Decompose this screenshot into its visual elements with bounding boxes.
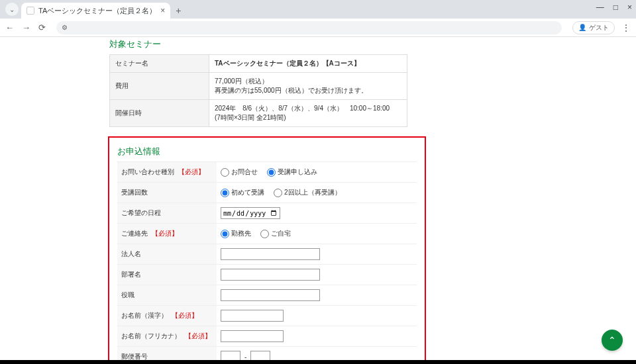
name-kanji-label: お名前（漢字）【必須】 [117, 306, 217, 326]
row-inquiry-type: お問い合わせ種別【必須】 お問合せ 受講申し込み [117, 161, 417, 182]
contact-pref-label: ご連絡先【必須】 [117, 224, 217, 244]
browser-toolbar: ← → ⟳ ⚙ 👤 ゲスト ⋮ [0, 19, 636, 37]
desired-date-label: ご希望の日程 [117, 203, 217, 223]
table-row: 開催日時 2024年 8/6（火）、8/7（水）、9/4（水） 10:00～18… [110, 100, 407, 127]
seminar-fee-label: 費用 [110, 73, 209, 100]
browser-tab[interactable]: TAベーシックセミナー（定員２名） × [21, 3, 170, 19]
fee-line1: 77,000円（税込） [215, 77, 401, 86]
address-bar[interactable]: ⚙ [56, 21, 562, 34]
tab-search-button[interactable]: ⌄ [5, 3, 19, 16]
row-name-kana: お名前（フリカナ）【必須】 [117, 326, 417, 346]
contact-radio-home[interactable] [260, 230, 269, 238]
name-kanji-input[interactable] [221, 310, 284, 322]
row-contact-pref: ご連絡先【必須】 勤務先 ご自宅 [117, 223, 417, 244]
contact-option-home[interactable]: ご自宅 [260, 229, 291, 238]
application-form: お申込情報 お問い合わせ種別【必須】 お問合せ 受講申し込み [108, 136, 426, 364]
desired-date-input[interactable] [221, 207, 280, 219]
inquiry-radio-apply[interactable] [267, 168, 276, 177]
scroll-top-button[interactable]: ⌃ [602, 330, 623, 351]
seminar-date-value: 2024年 8/6（火）、8/7（水）、9/4（水） 10:00～18:00 (… [209, 100, 407, 127]
row-company: 法人名 [117, 244, 417, 264]
contact-option-work[interactable]: 勤務先 [221, 229, 251, 238]
position-label: 役職 [117, 285, 217, 305]
company-input[interactable] [221, 248, 320, 260]
fee-line2: 再受講の方は55,000円（税込）でお受け頂けます。 [215, 86, 401, 95]
new-tab-button[interactable]: + [170, 5, 186, 19]
dept-input[interactable] [221, 269, 320, 281]
back-icon[interactable]: ← [5, 23, 14, 32]
page-viewport: 対象セミナー セミナー名 TAベーシックセミナー（定員２名）【Aコース】 費用 … [0, 37, 636, 364]
company-label: 法人名 [117, 244, 217, 264]
form-heading: お申込情報 [117, 146, 417, 158]
attend-radio-repeat[interactable] [274, 189, 282, 197]
row-desired-date: ご希望の日程 [117, 203, 417, 223]
name-kana-label: お名前（フリカナ）【必須】 [117, 326, 217, 346]
inquiry-radio-inquiry[interactable] [221, 168, 229, 177]
seminar-name-label: セミナー名 [110, 55, 209, 73]
profile-button[interactable]: 👤 ゲスト [572, 21, 615, 34]
row-attend-count: 受講回数 初めて受講 2回以上（再受講） [117, 182, 417, 203]
table-row: 費用 77,000円（税込） 再受講の方は55,000円（税込）でお受け頂けます… [110, 73, 407, 100]
seminar-name-value: TAベーシックセミナー（定員２名）【Aコース】 [209, 55, 407, 73]
row-position: 役職 [117, 285, 417, 305]
window-controls: ― □ × [596, 3, 632, 12]
attend-option-repeat[interactable]: 2回以上（再受講） [274, 188, 341, 197]
reload-icon[interactable]: ⟳ [38, 23, 46, 32]
tab-favicon [26, 7, 34, 15]
tab-close-icon[interactable]: × [160, 6, 165, 15]
seminar-info-table: セミナー名 TAベーシックセミナー（定員２名）【Aコース】 費用 77,000円… [109, 54, 407, 127]
profile-label: ゲスト [589, 23, 609, 32]
inquiry-type-option-apply[interactable]: 受講申し込み [267, 167, 317, 177]
inquiry-type-option-inquiry[interactable]: お問合せ [221, 167, 258, 177]
profile-icon: 👤 [578, 24, 586, 31]
site-settings-icon[interactable]: ⚙ [62, 24, 68, 31]
attend-option-first[interactable]: 初めて受講 [221, 188, 264, 197]
window-close-icon[interactable]: × [627, 3, 632, 12]
tab-title: TAベーシックセミナー（定員２名） [38, 6, 156, 16]
position-input[interactable] [221, 289, 320, 301]
inquiry-type-label: お問い合わせ種別【必須】 [117, 162, 217, 182]
name-kana-input[interactable] [221, 330, 284, 342]
browser-tabstrip: ⌄ TAベーシックセミナー（定員２名） × + ― □ × [0, 0, 636, 19]
menu-icon[interactable]: ⋮ [621, 23, 631, 33]
window-maximize-icon[interactable]: □ [613, 3, 618, 12]
seminar-date-label: 開催日時 [110, 100, 209, 127]
window-minimize-icon[interactable]: ― [596, 3, 604, 12]
seminar-heading: 対象セミナー [109, 38, 527, 50]
contact-radio-work[interactable] [221, 230, 229, 238]
table-row: セミナー名 TAベーシックセミナー（定員２名）【Aコース】 [110, 55, 407, 73]
chevron-up-icon: ⌃ [608, 335, 616, 345]
dept-label: 部署名 [117, 265, 217, 285]
row-dept: 部署名 [117, 264, 417, 285]
seminar-fee-value: 77,000円（税込） 再受講の方は55,000円（税込）でお受け頂けます。 [209, 73, 407, 100]
attend-count-label: 受講回数 [117, 183, 217, 203]
attend-radio-first[interactable] [221, 189, 229, 197]
row-name-kanji: お名前（漢字）【必須】 [117, 305, 417, 326]
bottom-bar [0, 360, 636, 364]
postal-sep: - [244, 353, 246, 361]
forward-icon[interactable]: → [22, 23, 30, 32]
